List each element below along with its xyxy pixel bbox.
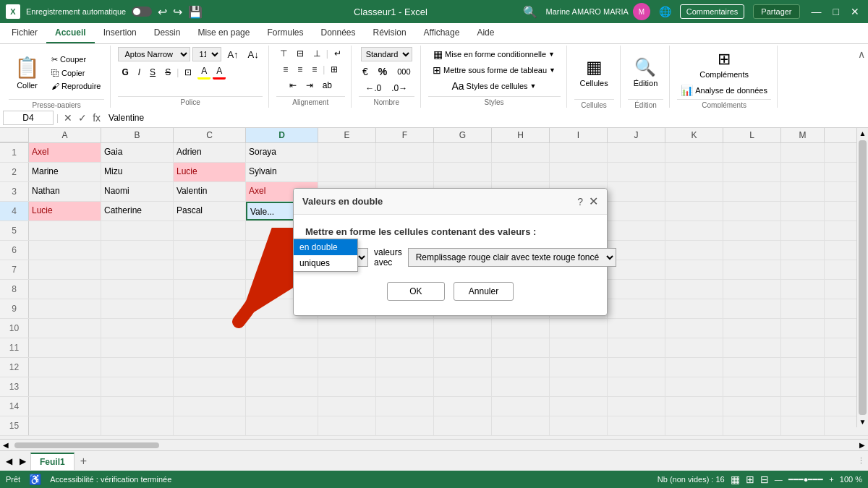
table-cell[interactable] — [665, 299, 723, 318]
ribbon-collapse-btn[interactable]: ∧ — [858, 48, 865, 60]
table-cell[interactable] — [318, 319, 376, 338]
font-size-select[interactable]: 11 — [192, 47, 221, 61]
table-cell[interactable] — [723, 202, 781, 221]
formula-insert-btn[interactable]: fx — [90, 112, 103, 124]
format-painter-button[interactable]: 🖌Reproduire — [48, 80, 104, 92]
table-cell[interactable] — [781, 319, 825, 338]
table-cell[interactable]: Lucie — [29, 202, 101, 221]
table-cell[interactable] — [246, 377, 318, 396]
row-header-1[interactable]: 1 — [0, 143, 29, 162]
col-header-a[interactable]: A — [29, 128, 101, 142]
currency-btn[interactable]: € — [359, 64, 372, 79]
table-cell[interactable]: Nathan — [29, 182, 101, 201]
align-left-btn[interactable]: ≡ — [279, 63, 292, 76]
minimize-btn[interactable]: — — [809, 6, 825, 17]
decrease-font-btn[interactable]: A↓ — [244, 48, 263, 61]
table-cell[interactable] — [29, 241, 101, 260]
table-cell[interactable] — [723, 377, 781, 396]
table-cell[interactable] — [318, 377, 376, 396]
table-cell[interactable] — [608, 241, 665, 260]
row-header-3[interactable]: 3 — [0, 182, 29, 201]
table-cell[interactable] — [608, 299, 665, 318]
table-cell[interactable] — [101, 358, 174, 377]
number-format-select[interactable]: Standard — [361, 47, 412, 61]
table-cell[interactable] — [723, 416, 781, 435]
table-cell[interactable] — [723, 182, 781, 201]
formula-confirm-btn[interactable]: ✓ — [76, 112, 89, 124]
row-header-13[interactable]: 13 — [0, 377, 29, 396]
table-cell[interactable] — [376, 319, 434, 338]
table-cell[interactable] — [376, 377, 434, 396]
vertical-scrollbar[interactable]: ▲ ▼ — [856, 128, 868, 427]
font-color-btn[interactable]: A — [213, 64, 226, 80]
table-cell[interactable] — [781, 280, 825, 299]
page-break-icon[interactable]: ⊟ — [760, 474, 769, 485]
copy-button[interactable]: ⿻Copier — [48, 67, 104, 79]
quick-save-icon[interactable]: 💾 — [188, 5, 203, 19]
tab-formules[interactable]: Formules — [258, 23, 312, 43]
tab-affichage[interactable]: Affichage — [415, 23, 469, 43]
table-cell[interactable] — [101, 319, 174, 338]
col-header-g[interactable]: G — [434, 128, 492, 142]
table-cell[interactable] — [246, 338, 318, 357]
dialog-cancel-btn[interactable]: Annuler — [454, 282, 514, 301]
table-cell[interactable] — [608, 202, 665, 221]
cells-button[interactable]: ▦ Cellules — [574, 47, 614, 98]
table-cell[interactable]: Naomi — [101, 182, 174, 201]
zoom-slider[interactable]: ━━━●━━━ — [788, 475, 824, 484]
bold-button[interactable]: G — [118, 66, 132, 79]
table-cell[interactable] — [665, 241, 723, 260]
table-cell[interactable] — [434, 358, 492, 377]
col-header-f[interactable]: F — [376, 128, 434, 142]
col-header-j[interactable]: J — [608, 128, 665, 142]
table-cell[interactable] — [781, 221, 825, 240]
autosave-toggle[interactable] — [132, 7, 152, 17]
tab-revision[interactable]: Révision — [365, 23, 415, 43]
table-cell[interactable] — [376, 358, 434, 377]
table-cell[interactable] — [29, 338, 101, 357]
table-cell[interactable]: Adrien — [174, 143, 246, 162]
table-cell[interactable] — [376, 416, 434, 435]
table-cell[interactable] — [723, 397, 781, 416]
tab-mise-en-page[interactable]: Mise en page — [189, 23, 258, 43]
table-cell[interactable] — [492, 397, 550, 416]
table-cell[interactable] — [101, 260, 174, 279]
table-cell[interactable] — [492, 338, 550, 357]
table-cell[interactable] — [665, 202, 723, 221]
row-header-8[interactable]: 8 — [0, 280, 29, 299]
table-cell[interactable] — [665, 319, 723, 338]
table-cell[interactable]: Gaia — [101, 143, 174, 162]
table-cell[interactable] — [29, 358, 101, 377]
cell-reference[interactable] — [3, 111, 54, 125]
table-cell[interactable] — [246, 319, 318, 338]
increase-font-btn[interactable]: A↑ — [224, 48, 242, 61]
formula-cancel-btn[interactable]: ✕ — [61, 112, 75, 124]
table-cell[interactable] — [246, 358, 318, 377]
redo-btn[interactable]: ↪ — [173, 5, 182, 19]
table-cell[interactable] — [101, 280, 174, 299]
scroll-right-btn[interactable]: ▶ — [856, 441, 868, 449]
table-cell[interactable]: Mizu — [101, 163, 174, 181]
close-btn[interactable]: ✕ — [848, 6, 862, 17]
table-cell[interactable] — [723, 338, 781, 357]
tab-dessin[interactable]: Dessin — [145, 23, 190, 43]
table-cell[interactable] — [608, 319, 665, 338]
table-cell[interactable] — [174, 241, 246, 260]
table-cell[interactable] — [608, 221, 665, 240]
align-bottom-btn[interactable]: ⊥ — [310, 47, 324, 60]
tab-donnees[interactable]: Données — [312, 23, 364, 43]
table-cell[interactable] — [29, 319, 101, 338]
row-header-14[interactable]: 14 — [0, 397, 29, 416]
tab-fichier[interactable]: Fichier — [3, 23, 46, 43]
table-cell[interactable] — [781, 299, 825, 318]
table-cell[interactable] — [376, 143, 434, 162]
table-cell[interactable] — [101, 299, 174, 318]
table-cell[interactable] — [550, 397, 608, 416]
table-cell[interactable] — [174, 377, 246, 396]
row-header-5[interactable]: 5 — [0, 221, 29, 240]
table-cell[interactable] — [608, 338, 665, 357]
maximize-btn[interactable]: □ — [830, 6, 842, 17]
table-cell[interactable] — [434, 163, 492, 181]
table-cell[interactable] — [665, 377, 723, 396]
table-cell[interactable] — [550, 377, 608, 396]
